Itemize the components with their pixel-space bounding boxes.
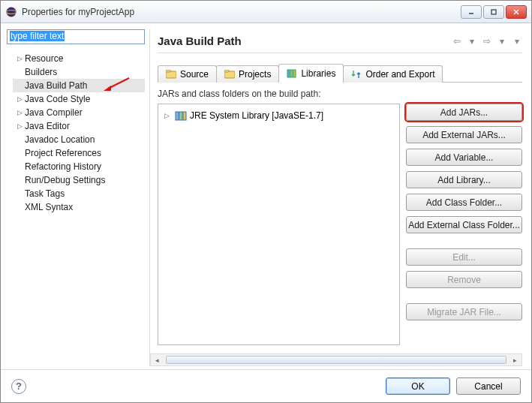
tree-item-javadoc-location[interactable]: Javadoc Location [13, 133, 145, 146]
tree-item-label: Task Tags [25, 188, 65, 199]
button-column: Add JARs... Add External JARs... Add Var… [406, 104, 522, 345]
page-title: Java Build Path [158, 35, 452, 47]
jre-library-icon [175, 110, 187, 121]
add-variable-button[interactable]: Add Variable... [406, 149, 522, 166]
add-jars-button[interactable]: Add JARs... [406, 104, 522, 121]
property-tree: ▷Resource Builders Java Build Path ▷Java… [7, 52, 145, 214]
tree-item-project-references[interactable]: Project References [13, 146, 145, 160]
maximize-button[interactable] [483, 5, 504, 19]
chevron-right-icon[interactable]: ▷ [163, 112, 170, 119]
edit-button: Edit... [406, 248, 522, 266]
svg-rect-16 [179, 112, 182, 120]
svg-rect-3 [491, 10, 496, 14]
back-icon[interactable]: ⇦ [452, 36, 462, 47]
forward-icon[interactable]: ⇨ [482, 36, 492, 47]
chevron-right-icon: ▷ [16, 55, 23, 62]
tree-item-java-code-style[interactable]: ▷Java Code Style [13, 92, 145, 106]
library-icon [287, 69, 297, 78]
tree-item-java-build-path[interactable]: Java Build Path [13, 79, 145, 92]
tree-item-refactoring-history[interactable]: Refactoring History [13, 160, 145, 173]
tab-label: Source [180, 69, 209, 80]
tree-item-label: Project References [25, 148, 101, 158]
page-nav: ⇦ ▾ ⇨ ▾ ▾ [452, 36, 522, 47]
scroll-left-icon[interactable]: ◂ [151, 354, 164, 365]
page-header: Java Build Path ⇦ ▾ ⇨ ▾ ▾ [158, 29, 522, 53]
tree-item-label: Refactoring History [25, 161, 101, 172]
tree-item-label: Java Editor [25, 121, 70, 131]
tree-item-java-editor[interactable]: ▷Java Editor [13, 119, 145, 133]
tab-projects[interactable]: Projects [216, 65, 279, 83]
svg-rect-15 [176, 112, 179, 120]
tab-label: Libraries [301, 68, 335, 79]
window-title: Properties for myProjectApp [22, 7, 461, 17]
tab-label: Projects [239, 69, 271, 80]
tab-body: ▷ JRE System Library [JavaSE-1.7] Add JA… [158, 104, 522, 345]
tree-item-label: Javadoc Location [25, 134, 95, 145]
add-external-class-folder-button[interactable]: Add External Class Folder... [406, 216, 522, 233]
tree-item-label: Java Compiler [25, 107, 83, 118]
svg-rect-14 [293, 70, 296, 77]
scroll-thumb[interactable] [166, 356, 506, 364]
tree-item-xml-syntax[interactable]: XML Syntax [13, 200, 145, 214]
libraries-tree[interactable]: ▷ JRE System Library [JavaSE-1.7] [158, 104, 400, 345]
add-external-jars-button[interactable]: Add External JARs... [406, 126, 522, 143]
remove-button: Remove [406, 271, 522, 288]
property-page: Java Build Path ⇦ ▾ ⇨ ▾ ▾ Source Project… [149, 29, 522, 366]
minimize-button[interactable] [461, 5, 482, 19]
tree-item-label: Builders [25, 67, 57, 77]
tree-item-java-compiler[interactable]: ▷Java Compiler [13, 106, 145, 119]
tree-item-task-tags[interactable]: Task Tags [13, 187, 145, 200]
add-class-folder-button[interactable]: Add Class Folder... [406, 194, 522, 211]
filter-input[interactable]: type filter text [7, 29, 145, 44]
tab-source[interactable]: Source [158, 65, 217, 83]
scroll-right-icon[interactable]: ▸ [509, 354, 521, 365]
dialog-button-bar: ? OK Cancel [1, 369, 531, 402]
svg-rect-9 [166, 70, 170, 72]
tree-item-resource[interactable]: ▷Resource [13, 52, 145, 65]
tab-order-export[interactable]: Order and Export [343, 65, 443, 83]
tab-bar: Source Projects Libraries Order and Expo… [158, 64, 522, 83]
tree-item-label: Java Code Style [25, 94, 90, 104]
svg-rect-17 [183, 112, 186, 120]
library-label: JRE System Library [JavaSE-1.7] [190, 110, 323, 121]
tab-label: Order and Export [365, 69, 434, 80]
svg-point-0 [7, 7, 17, 17]
horizontal-scrollbar[interactable]: ◂ ▸ [150, 353, 522, 366]
chevron-down-icon[interactable]: ▾ [467, 36, 477, 47]
ok-button[interactable]: OK [386, 377, 450, 395]
projects-folder-icon [224, 70, 235, 79]
migrate-jar-button: Migrate JAR File... [406, 303, 522, 320]
close-button[interactable] [506, 5, 527, 19]
chevron-right-icon: ▷ [16, 109, 23, 116]
tree-item-label: XML Syntax [25, 202, 73, 212]
eclipse-icon [5, 6, 17, 18]
library-item[interactable]: ▷ JRE System Library [JavaSE-1.7] [163, 109, 395, 122]
order-icon [351, 70, 362, 79]
title-bar: Properties for myProjectApp [1, 1, 531, 23]
window-controls [461, 5, 527, 19]
tree-item-label: Java Build Path [25, 80, 87, 91]
tab-description: JARs and class folders on the build path… [158, 89, 522, 99]
svg-rect-12 [287, 70, 290, 77]
tree-item-label: Resource [25, 53, 63, 64]
tree-item-run-debug-settings[interactable]: Run/Debug Settings [13, 173, 145, 187]
svg-rect-13 [290, 70, 293, 77]
tree-item-label: Run/Debug Settings [25, 175, 105, 185]
chevron-right-icon: ▷ [16, 95, 23, 103]
filter-placeholder: type filter text [10, 31, 65, 41]
source-folder-icon [166, 70, 176, 79]
add-library-button[interactable]: Add Library... [406, 171, 522, 188]
chevron-down-icon[interactable]: ▾ [497, 36, 507, 47]
tab-libraries[interactable]: Libraries [278, 64, 344, 83]
chevron-right-icon: ▷ [16, 122, 23, 130]
svg-rect-11 [224, 70, 229, 72]
menu-chevron-icon[interactable]: ▾ [512, 36, 522, 47]
cancel-button[interactable]: Cancel [456, 377, 521, 395]
navigation-panel: type filter text ▷Resource Builders Java… [7, 29, 145, 366]
help-icon[interactable]: ? [11, 379, 26, 394]
tree-item-builders[interactable]: Builders [13, 65, 145, 79]
